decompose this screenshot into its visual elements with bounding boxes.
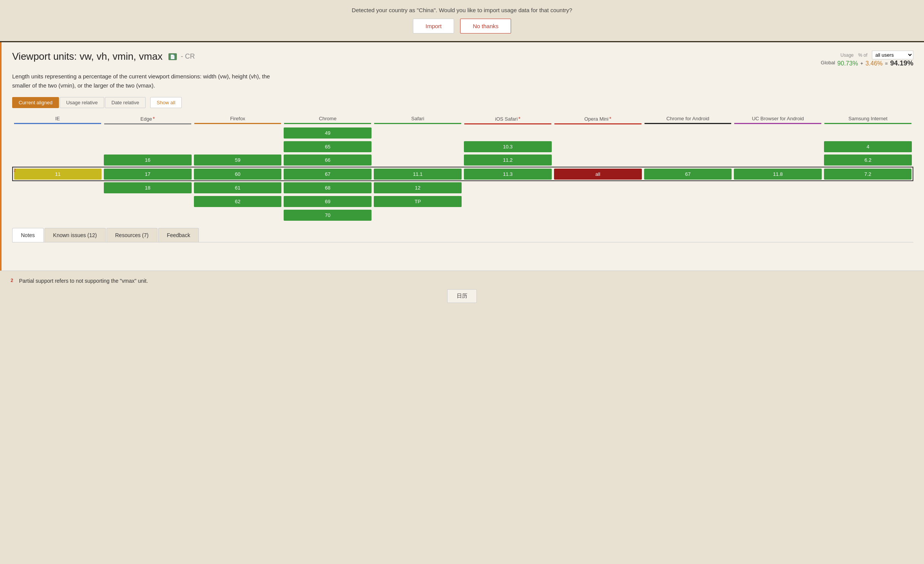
browser-header-safari: Safari <box>373 113 463 126</box>
tab-usage-relative[interactable]: Usage relative <box>60 97 104 108</box>
tab-date-relative[interactable]: Date relative <box>105 97 146 108</box>
table-cell: 60 <box>193 167 283 181</box>
cell-value: 65 <box>284 141 372 152</box>
cell-value: 6.2 <box>824 155 912 166</box>
table-cell: 6.2 <box>823 153 913 167</box>
users-select[interactable]: all users tracked users mobile users <box>872 51 913 59</box>
table-cell <box>193 126 283 140</box>
table-cell <box>643 194 733 208</box>
cell-value: all <box>554 169 642 180</box>
tab-show-all[interactable]: Show all <box>150 97 182 108</box>
table-cell <box>13 126 103 140</box>
cell-value: 10.3 <box>464 141 552 152</box>
cell-value: 11.1 <box>374 169 462 180</box>
table-cell: 70 <box>283 208 373 222</box>
bottom-tab-feedback[interactable]: Feedback <box>158 228 199 242</box>
table-cell <box>823 208 913 222</box>
table-cell: 59 <box>193 153 283 167</box>
browser-line <box>464 123 551 124</box>
compat-table-wrap: IEEdge*FirefoxChromeSafariiOS Safari*Ope… <box>12 113 913 222</box>
page-title: Viewport units: vw, vh, vmin, vmax 📄 - C… <box>12 51 195 62</box>
table-cell <box>463 208 553 222</box>
spec-icon: 📄 <box>168 53 177 60</box>
cell-value: 16 <box>104 155 192 166</box>
cell-value: 17 <box>104 169 192 180</box>
cell-value: 7.2 <box>824 169 911 180</box>
cell-value: TP <box>374 196 462 207</box>
usage-region: Global <box>821 60 835 65</box>
tab-current-aligned[interactable]: Current aligned <box>12 97 59 108</box>
browser-header-chrome: Chrome <box>283 113 373 126</box>
usage-label: Usage <box>840 53 854 58</box>
cell-value: 49 <box>284 127 372 139</box>
table-cell <box>643 126 733 140</box>
table-cell <box>643 208 733 222</box>
browser-name: Firefox <box>230 116 245 121</box>
bottom-tab-resources-7[interactable]: Resources (7) <box>106 228 157 242</box>
browser-header-opera-mini: Opera Mini* <box>553 113 643 126</box>
bottom-tab-notes[interactable]: Notes <box>12 228 44 242</box>
cell-value: 11.2 <box>464 155 552 166</box>
cell-value: 69 <box>284 196 372 207</box>
table-cell: all <box>553 167 643 181</box>
cell-value: 60 <box>194 169 282 180</box>
cell-value: 67 <box>644 169 732 180</box>
table-cell <box>733 208 823 222</box>
table-cell: 65 <box>283 140 373 153</box>
browser-line <box>284 123 371 124</box>
browser-name: iOS Safari <box>495 116 518 122</box>
calendar-button[interactable]: 日历 <box>447 289 477 303</box>
table-cell: 66 <box>283 153 373 167</box>
cell-value: 4 <box>824 141 912 152</box>
browser-header-ie: IE <box>13 113 103 126</box>
usage-panel: Usage % of all users tracked users mobil… <box>821 51 913 67</box>
table-cell: 18 <box>103 181 193 194</box>
browser-name: Safari <box>411 116 424 121</box>
cell-value: 18 <box>104 182 192 193</box>
table-cell: TP <box>373 194 463 208</box>
browser-header-firefox: Firefox <box>193 113 283 126</box>
bottom-tab-known-issues-12[interactable]: Known issues (12) <box>44 228 106 242</box>
table-cell <box>103 194 193 208</box>
cell-value: 66 <box>284 155 372 166</box>
table-cell <box>373 153 463 167</box>
browser-header-chrome-for-android: Chrome for Android <box>643 113 733 126</box>
partial-badge: 2 <box>14 168 16 172</box>
equals-sign: = <box>885 61 888 66</box>
title-text: Viewport units: vw, vh, vmin, vmax <box>12 51 162 62</box>
table-cell: 67 <box>643 167 733 181</box>
note-text: Partial support refers to not supporting… <box>19 278 148 284</box>
table-cell: 10.3 <box>463 140 553 153</box>
browser-header-edge: Edge* <box>103 113 193 126</box>
table-cell <box>463 194 553 208</box>
table-cell <box>823 126 913 140</box>
cell-value: 68 <box>284 182 372 193</box>
table-cell: 68 <box>283 181 373 194</box>
table-cell <box>733 194 823 208</box>
calendar-btn-wrap: 日历 <box>11 289 913 303</box>
table-cell <box>193 140 283 153</box>
import-button[interactable]: Import <box>413 19 454 33</box>
no-thanks-button[interactable]: No thanks <box>460 19 511 33</box>
table-cell <box>643 140 733 153</box>
table-cell: 211 <box>13 167 103 181</box>
cell-value: 12 <box>374 182 462 193</box>
browser-name: IE <box>55 116 60 121</box>
table-cell <box>463 181 553 194</box>
banner-buttons: Import No thanks <box>8 19 916 33</box>
note-number: 2 <box>11 278 16 283</box>
table-cell <box>193 208 283 222</box>
table-cell <box>103 208 193 222</box>
table-cell: 16 <box>103 153 193 167</box>
table-cell <box>553 181 643 194</box>
table-cell <box>553 140 643 153</box>
browser-name: UC Browser for Android <box>752 116 804 121</box>
green-percent: 90.73% <box>837 60 858 67</box>
orange-percent: 3.46% <box>865 60 883 67</box>
table-cell <box>103 126 193 140</box>
table-cell: 62 <box>193 194 283 208</box>
title-group: Viewport units: vw, vh, vmin, vmax 📄 - C… <box>12 51 195 62</box>
table-cell <box>13 194 103 208</box>
table-cell: 11.3 <box>463 167 553 181</box>
table-cell <box>13 153 103 167</box>
